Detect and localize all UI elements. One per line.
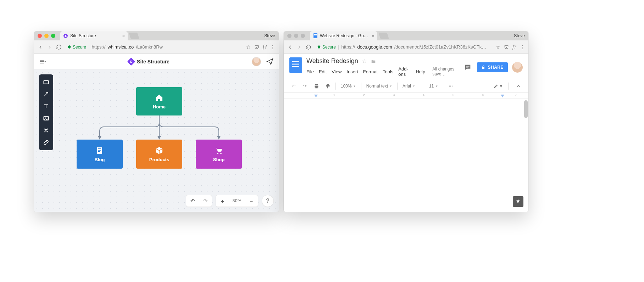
node-blog[interactable]: Blog [77, 140, 123, 169]
ruler[interactable]: 1 2 3 4 5 6 7 [284, 92, 528, 99]
window-controls [287, 34, 305, 38]
more-toolbar-icon[interactable]: ⋯ [446, 81, 456, 91]
minimize-window-button[interactable] [44, 34, 49, 38]
redo-icon[interactable]: ↷ [300, 81, 310, 91]
back-button[interactable] [287, 44, 293, 50]
secure-badge: Secure [67, 45, 86, 50]
pocket-icon[interactable] [504, 45, 509, 50]
user-avatar[interactable] [252, 57, 261, 66]
reload-button[interactable] [306, 44, 311, 50]
browser-tab[interactable]: Website Redesign - Google Do × [310, 31, 377, 40]
zoom-dropdown[interactable]: 100%▼ [339, 81, 358, 91]
url-field[interactable]: Secure | https://docs.google.com/documen… [315, 43, 492, 52]
browser-menu-icon[interactable]: ⋮ [520, 44, 525, 50]
arrow-tool-icon[interactable] [40, 89, 52, 100]
undo-icon[interactable]: ↶ [289, 81, 299, 91]
redo-button[interactable]: ↷ [199, 198, 212, 204]
menu-toggle-icon[interactable] [39, 58, 46, 65]
rectangle-tool-icon[interactable] [40, 77, 52, 88]
url-field[interactable]: Secure | https://whimsical.co/La8mkn8Rw [65, 43, 243, 52]
zoom-level[interactable]: 80% [229, 198, 245, 203]
document-page[interactable] [284, 99, 528, 212]
component-tool-icon[interactable] [40, 125, 52, 136]
styles-dropdown[interactable]: Normal text▼ [364, 81, 394, 91]
browser-tab[interactable]: ◆ Site Structure × [60, 31, 128, 40]
collapse-toolbar-icon[interactable] [513, 81, 523, 91]
menu-insert[interactable]: Insert [346, 69, 358, 74]
close-tab-icon[interactable]: × [372, 33, 374, 39]
bookmark-star-icon[interactable]: ☆ [496, 44, 500, 50]
back-button[interactable] [38, 44, 43, 50]
right-indent-marker[interactable] [501, 95, 504, 97]
pocket-icon[interactable] [254, 45, 259, 50]
menu-help[interactable]: Help [416, 69, 425, 74]
print-icon[interactable] [311, 81, 321, 91]
close-window-button[interactable] [38, 34, 42, 38]
docs-menu-bar: File Edit View Insert Format Tools Add-o… [306, 66, 459, 77]
node-products[interactable]: Products [136, 140, 182, 169]
chrome-profile-name[interactable]: Steve [264, 33, 275, 38]
left-indent-marker[interactable] [314, 95, 318, 97]
menu-view[interactable]: View [332, 69, 342, 74]
ruler-tick: 6 [482, 93, 484, 97]
link-tool-icon[interactable] [40, 137, 52, 148]
menu-file[interactable]: File [306, 69, 314, 74]
undo-button[interactable]: ↶ [186, 198, 199, 204]
move-folder-icon[interactable] [370, 59, 377, 64]
new-tab-button[interactable] [129, 33, 139, 39]
account-avatar[interactable] [512, 62, 523, 73]
node-label: Blog [95, 157, 105, 162]
font-dropdown[interactable]: Arial▼ [400, 81, 421, 91]
font-extension-icon[interactable]: f? [512, 44, 516, 50]
package-icon [155, 146, 163, 155]
new-tab-button[interactable] [378, 33, 389, 39]
secure-badge: Secure [317, 45, 336, 50]
menu-format[interactable]: Format [363, 69, 378, 74]
font-size-dropdown[interactable]: 11▼ [427, 81, 440, 91]
paint-format-icon[interactable] [323, 81, 333, 91]
zoom-in-button[interactable]: + [216, 198, 229, 204]
menu-edit[interactable]: Edit [319, 69, 327, 74]
zoom-out-button[interactable]: − [245, 198, 258, 204]
text-tool-icon[interactable] [40, 101, 52, 112]
save-status[interactable]: All changes save… [432, 67, 459, 77]
chrome-profile-name[interactable]: Steve [514, 33, 525, 38]
node-label: Shop [213, 157, 225, 162]
minimize-window-button[interactable] [294, 34, 298, 38]
maximize-window-button[interactable] [301, 34, 305, 38]
node-home[interactable]: Home [136, 87, 182, 115]
menu-addons[interactable]: Add-ons [398, 66, 411, 77]
image-tool-icon[interactable] [40, 113, 52, 124]
menu-tools[interactable]: Tools [383, 69, 393, 74]
canvas-bottom-controls: ↶ ↷ + 80% − ? [186, 195, 274, 207]
editing-mode-icon[interactable]: ▼ [493, 81, 503, 91]
docs-header-right: SHARE [463, 57, 523, 77]
share-send-icon[interactable] [266, 58, 274, 66]
comments-icon[interactable] [463, 63, 473, 72]
reload-button[interactable] [56, 44, 62, 50]
docs-app-icon[interactable] [289, 57, 302, 73]
help-button[interactable]: ? [262, 195, 274, 207]
forward-button[interactable] [296, 44, 302, 50]
svg-rect-6 [466, 66, 470, 66]
close-window-button[interactable] [287, 34, 292, 38]
close-tab-icon[interactable]: × [122, 33, 125, 39]
ruler-tick: 3 [393, 93, 395, 97]
explore-button[interactable] [513, 196, 523, 207]
star-icon[interactable]: ☆ [362, 58, 367, 64]
maximize-window-button[interactable] [51, 34, 55, 38]
ruler-tick: 7 [515, 93, 517, 97]
doc-title[interactable]: Website Redesign [306, 57, 358, 65]
url-domain: whimsical.co [107, 44, 134, 50]
whimsical-canvas[interactable]: Home Blog Products Shop ↶ ↷ + 80% [34, 69, 279, 212]
share-button[interactable]: SHARE [477, 62, 508, 72]
node-shop[interactable]: Shop [196, 140, 242, 169]
forward-button[interactable] [47, 44, 52, 50]
vertical-scrollbar[interactable] [524, 100, 528, 118]
browser-menu-icon[interactable]: ⋮ [270, 44, 275, 50]
bookmark-star-icon[interactable]: ☆ [246, 44, 251, 50]
url-path: /document/d/15ziZct01aZv1hKR36zKsGTkBqRW… [394, 44, 487, 50]
docs-toolbar: ↶ ↷ 100%▼ Normal text▼ Arial▼ 11▼ ⋯ ▼ [284, 80, 528, 92]
font-extension-icon[interactable]: f? [263, 44, 267, 50]
url-path: /La8mkn8Rw [136, 44, 163, 50]
